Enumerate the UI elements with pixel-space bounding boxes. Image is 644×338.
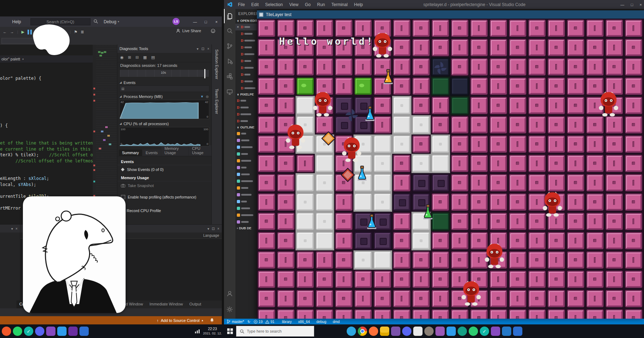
file-item[interactable]: D <box>235 51 257 58</box>
menu-view[interactable]: View <box>286 2 302 7</box>
heap-profiling-checkbox-row[interactable]: Enable heap profiling (affects performan… <box>117 194 211 201</box>
taskbar-icon-vscode[interactable] <box>447 327 456 336</box>
outline-item[interactable] <box>235 130 257 137</box>
diag-tab-events[interactable]: Events <box>142 150 161 156</box>
chevron-down-icon[interactable]: ▾ <box>208 227 209 231</box>
taskbar-icon-mail[interactable] <box>413 327 423 336</box>
file-item[interactable]: D <box>235 118 257 124</box>
pin-icon[interactable]: ⊡ <box>212 227 215 231</box>
taskbar-icon-vs-purple[interactable] <box>68 327 78 336</box>
toolbar-icon[interactable]: → <box>10 30 14 34</box>
taskbar-icon-green-app[interactable] <box>469 327 478 336</box>
dub-dependencies-section[interactable]: › DUB DE <box>235 225 257 231</box>
taskbar-icon-vscode-2[interactable] <box>502 327 511 336</box>
menu-run[interactable]: Run <box>314 2 328 7</box>
settings-gear-icon[interactable] <box>224 302 235 317</box>
clock[interactable]: 22:23 2021. 02. 12. <box>203 327 222 335</box>
cpu-section-header[interactable]: ◢ CPU (% of all processors) <box>117 121 211 127</box>
folder-section[interactable]: ∨ PIXELPE <box>235 92 257 97</box>
toolbar-icon[interactable]: ← <box>3 30 7 34</box>
live-share-button[interactable]: Live Share <box>176 29 201 33</box>
minimize-button[interactable]: — <box>620 3 624 7</box>
network-icon[interactable] <box>195 329 200 333</box>
diag-tool-icon[interactable]: ⊟ <box>136 55 139 60</box>
file-item[interactable]: D <box>235 71 257 78</box>
outline-item[interactable] <box>235 185 257 191</box>
taskbar-icon-chrome[interactable] <box>358 327 367 336</box>
status-item-library[interactable]: library <box>281 320 292 324</box>
menu-selection[interactable]: Selection <box>262 2 286 7</box>
toolbar-icon[interactable]: ▶ <box>21 30 24 34</box>
file-item[interactable]: D <box>235 37 257 44</box>
taskbar-icon-gimp[interactable] <box>424 327 434 336</box>
file-item[interactable]: D <box>235 58 257 64</box>
open-editors-section[interactable]: ∨ OPEN EDITORS <box>235 18 257 24</box>
diag-tab-memory-usage[interactable]: Memory Usage <box>161 145 189 156</box>
vertical-tab-solution-explorer[interactable]: Solution Explorer <box>215 49 219 79</box>
diag-tool-icon[interactable]: ▦ <box>143 55 147 60</box>
outline-item[interactable] <box>235 144 257 151</box>
file-item[interactable]: D <box>235 44 257 51</box>
feedback-smiley-icon[interactable] <box>211 28 215 35</box>
game-titlebar[interactable]: TileLayer test <box>257 10 644 19</box>
taskbar-icon-teal-app[interactable] <box>458 327 467 336</box>
taskbar-icon-purple-app[interactable] <box>435 327 445 336</box>
taskbar-icon-window-blue[interactable] <box>513 327 522 336</box>
menu-help[interactable]: Help <box>351 2 366 7</box>
search-icon[interactable] <box>93 19 98 25</box>
show-events-link[interactable]: Show Events (0 of 0) <box>117 166 211 173</box>
chevron-down-icon[interactable]: ▾ <box>197 47 199 51</box>
diag-tab-summary[interactable]: Summary <box>119 150 142 156</box>
memory-section-header[interactable]: ◢ Process Memory (MB) ▼◎ <box>117 93 211 99</box>
file-item[interactable]: D <box>235 85 257 92</box>
taskbar-icon-folder[interactable] <box>380 327 389 336</box>
outline-item[interactable] <box>235 191 257 198</box>
taskbar-search-input[interactable]: Type here to search <box>236 326 314 337</box>
taskbar-icon-edge[interactable] <box>347 327 356 336</box>
menu-terminal[interactable]: Terminal <box>328 2 351 7</box>
taskbar-icon-visual-studio[interactable] <box>491 327 500 336</box>
filter-icon[interactable]: ▼ <box>200 95 204 98</box>
toolbar-icon[interactable]: ⚑ <box>74 30 78 34</box>
close-button[interactable]: × <box>640 3 642 7</box>
start-button[interactable] <box>224 324 236 338</box>
explorer-icon[interactable] <box>224 9 235 23</box>
extensions-icon[interactable] <box>224 69 235 83</box>
run-debug-icon[interactable] <box>224 54 235 68</box>
taskbar-icon-brave[interactable] <box>2 327 11 336</box>
outline-item[interactable] <box>235 178 257 185</box>
taskbar-icon-todo-check[interactable]: ✓ <box>480 327 489 336</box>
status-item-x86-64[interactable]: x86_64 <box>297 320 311 324</box>
file-item[interactable]: ×D <box>235 24 257 30</box>
status-item-debug[interactable]: debug <box>316 320 327 324</box>
file-item[interactable]: D <box>235 97 257 104</box>
diagnostics-timeline[interactable]: 10s <box>119 69 209 77</box>
outline-item[interactable] <box>235 137 257 144</box>
language-column-header[interactable]: Language <box>203 234 224 237</box>
source-control-icon[interactable] <box>224 39 235 53</box>
remote-explorer-icon[interactable] <box>224 85 235 99</box>
vertical-tab-team-explorer[interactable]: Team Explorer <box>215 89 219 114</box>
add-to-source-control-button[interactable]: ↑ Add to Source Control ▴ <box>157 318 203 323</box>
take-snapshot-button[interactable]: Take Snapshot <box>117 182 211 189</box>
problems-item[interactable]: 19 91 <box>254 320 274 324</box>
close-icon[interactable]: × <box>207 47 209 51</box>
taskbar-icon-window-blue[interactable] <box>79 327 89 336</box>
close-button[interactable]: × <box>211 16 222 27</box>
accounts-icon[interactable] <box>224 286 235 301</box>
outline-item[interactable] <box>235 151 257 157</box>
close-icon[interactable]: × <box>217 227 219 231</box>
taskbar-icon-visual-studio[interactable] <box>46 327 55 336</box>
chevron-down-icon[interactable]: ▾ <box>11 227 13 231</box>
maximize-button[interactable]: □ <box>631 3 633 7</box>
taskbar-icon-discord[interactable] <box>35 327 44 336</box>
notification-bell-icon[interactable] <box>210 318 214 323</box>
outline-item[interactable] <box>235 157 257 164</box>
account-badge[interactable]: LS <box>172 18 180 25</box>
file-item[interactable]: D <box>235 78 257 85</box>
outline-item[interactable] <box>235 164 257 171</box>
taskbar-icon-firefox[interactable] <box>369 327 378 336</box>
pin-icon[interactable]: ◎ <box>206 95 209 98</box>
menu-edit[interactable]: Edit <box>248 2 262 7</box>
toolbar-icon[interactable]: | <box>17 30 18 34</box>
